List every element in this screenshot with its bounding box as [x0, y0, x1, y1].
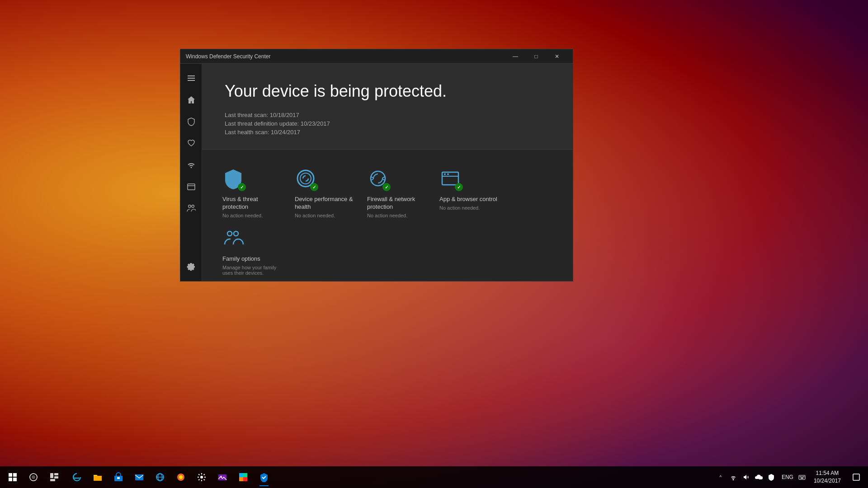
svg-rect-14	[9, 473, 12, 477]
sidebar-item-browser[interactable]	[180, 176, 202, 197]
sidebar-item-health[interactable]	[180, 132, 202, 154]
header-section: Your device is being protected. Last thr…	[202, 64, 573, 150]
firewall-check-badge	[382, 183, 391, 191]
svg-rect-20	[50, 473, 53, 478]
taskbar-defender[interactable]	[254, 467, 274, 487]
taskbar: ^ ENG	[0, 466, 868, 488]
performance-card-status: No action needed.	[295, 213, 354, 218]
sidebar-item-home[interactable]	[180, 89, 202, 111]
family-card-status: Manage how your family uses their device…	[222, 265, 281, 276]
taskbar-file-explorer[interactable]	[88, 467, 108, 487]
taskbar-store[interactable]	[108, 467, 128, 487]
cortana-button[interactable]	[24, 466, 43, 488]
notification-center[interactable]	[846, 466, 866, 488]
svg-rect-38	[800, 476, 801, 477]
svg-point-29	[179, 475, 183, 479]
svg-rect-42	[853, 474, 859, 480]
svg-rect-40	[803, 476, 804, 477]
last-health-scan-line: Last health scan: 10/24/2017	[225, 129, 550, 136]
sidebar	[180, 64, 202, 281]
scan-info: Last threat scan: 10/18/2017 Last threat…	[225, 112, 550, 136]
card-firewall[interactable]: Firewall & network protection No action …	[360, 163, 433, 223]
svg-rect-17	[13, 478, 17, 481]
svg-rect-23	[50, 479, 55, 481]
sidebar-item-network[interactable]	[180, 154, 202, 176]
start-button[interactable]	[2, 466, 24, 488]
tray-onedrive[interactable]	[752, 466, 765, 488]
system-tray: ^	[712, 466, 779, 488]
svg-rect-2	[188, 80, 195, 81]
tray-language[interactable]: ENG	[779, 466, 796, 488]
taskbar-firefox[interactable]	[171, 467, 191, 487]
minimize-button[interactable]: —	[505, 49, 526, 64]
maximize-button[interactable]: □	[526, 49, 547, 64]
card-browser[interactable]: App & browser control No action needed.	[433, 163, 505, 223]
firewall-card-status: No action needed.	[367, 213, 426, 218]
svg-rect-15	[13, 473, 17, 477]
tray-keyboard[interactable]	[796, 466, 808, 488]
titlebar-controls: — □ ✕	[505, 49, 567, 64]
sidebar-item-family[interactable]	[180, 197, 202, 219]
browser-card-icon	[439, 168, 463, 191]
tray-network[interactable]	[727, 466, 740, 488]
svg-rect-16	[9, 478, 12, 481]
taskbar-apps	[67, 467, 274, 487]
clock-time: 11:54 AM	[816, 469, 839, 477]
svg-point-12	[227, 231, 232, 236]
family-card-icon	[222, 227, 246, 251]
family-card-title: Family options	[222, 255, 281, 263]
svg-rect-35	[239, 477, 243, 481]
task-view-button[interactable]	[43, 466, 65, 488]
taskbar-app9[interactable]	[233, 467, 253, 487]
card-virus-threat[interactable]: Virus & threat protection No action need…	[216, 163, 288, 223]
sidebar-item-shield[interactable]	[180, 111, 202, 132]
svg-rect-41	[801, 478, 803, 479]
card-family[interactable]: Family options Manage how your family us…	[216, 223, 288, 280]
sidebar-menu-button[interactable]	[180, 67, 202, 89]
svg-rect-37	[799, 475, 805, 479]
browser-check-badge	[455, 183, 463, 191]
taskbar-ie[interactable]	[150, 467, 170, 487]
last-health-value: 10/24/2017	[271, 129, 300, 136]
window-body: Your device is being protected. Last thr…	[180, 64, 573, 281]
browser-card-title: App & browser control	[439, 196, 498, 203]
last-definition-label: Last threat definition update:	[225, 120, 299, 127]
tray-chevron[interactable]: ^	[714, 466, 727, 488]
svg-point-13	[234, 231, 238, 236]
virus-check-badge	[238, 183, 246, 191]
tray-volume[interactable]	[740, 466, 752, 488]
last-health-label: Last health scan:	[225, 129, 269, 136]
last-threat-scan-line: Last threat scan: 10/18/2017	[225, 112, 550, 118]
clock-date: 10/24/2017	[814, 477, 841, 485]
virus-card-icon	[222, 168, 246, 191]
svg-point-19	[32, 475, 35, 479]
virus-card-title: Virus & threat protection	[222, 196, 281, 211]
last-threat-scan-label: Last threat scan:	[225, 112, 268, 118]
svg-rect-36	[243, 477, 247, 481]
cards-section: Virus & threat protection No action need…	[202, 150, 573, 281]
sidebar-item-settings[interactable]	[180, 256, 202, 277]
tray-security[interactable]	[765, 466, 778, 488]
taskbar-mail[interactable]	[129, 467, 149, 487]
windows-defender-window: Windows Defender Security Center — □ ✕	[180, 49, 573, 282]
svg-rect-39	[802, 476, 802, 477]
close-button[interactable]: ✕	[547, 49, 567, 64]
svg-rect-0	[188, 75, 195, 76]
last-definition-line: Last threat definition update: 10/23/201…	[225, 120, 550, 127]
svg-rect-26	[135, 474, 143, 480]
svg-rect-22	[54, 476, 58, 479]
last-threat-scan-value: 10/18/2017	[270, 112, 299, 118]
sidebar-bottom	[180, 256, 202, 277]
system-clock[interactable]: 11:54 AM 10/24/2017	[808, 466, 846, 488]
card-performance[interactable]: Device performance & health No action ne…	[288, 163, 360, 223]
svg-rect-21	[54, 473, 58, 475]
svg-rect-34	[243, 473, 247, 477]
firewall-card-icon	[367, 168, 391, 191]
svg-point-7	[371, 171, 385, 186]
svg-point-30	[200, 476, 203, 479]
taskbar-settings[interactable]	[192, 467, 212, 487]
taskbar-photos[interactable]	[212, 467, 232, 487]
status-message: Your device is being protected.	[225, 82, 550, 101]
taskbar-edge[interactable]	[67, 467, 87, 487]
browser-card-status: No action needed.	[439, 205, 498, 211]
